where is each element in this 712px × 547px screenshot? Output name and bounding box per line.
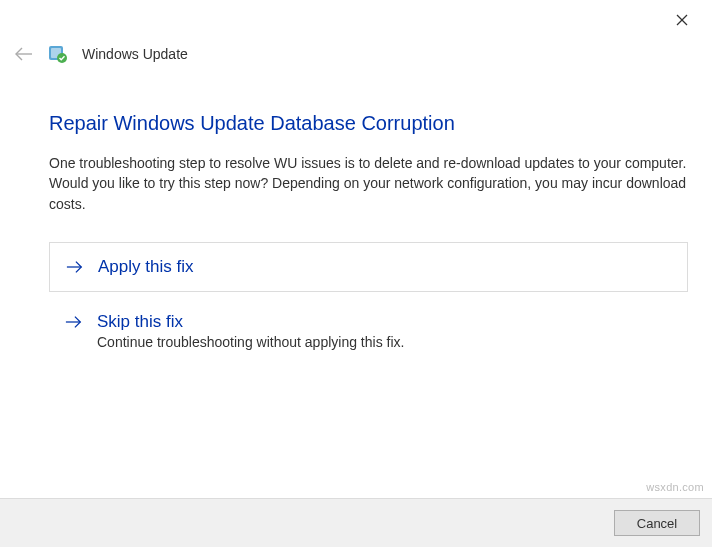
page-heading: Repair Windows Update Database Corruptio… <box>49 112 688 135</box>
cancel-button[interactable]: Cancel <box>614 510 700 536</box>
page-description: One troubleshooting step to resolve WU i… <box>49 153 688 214</box>
apply-fix-option[interactable]: Apply this fix <box>49 242 688 292</box>
skip-fix-label: Skip this fix <box>97 312 183 332</box>
skip-fix-subtitle: Continue troubleshooting without applyin… <box>97 334 672 350</box>
close-button[interactable] <box>670 8 694 32</box>
windows-update-icon <box>48 44 68 64</box>
watermark-text: wsxdn.com <box>646 481 704 493</box>
wizard-title: Windows Update <box>82 46 188 62</box>
option-row: Skip this fix <box>65 312 672 332</box>
back-button[interactable] <box>14 44 34 64</box>
content-area: Repair Windows Update Database Corruptio… <box>49 112 688 364</box>
skip-fix-option[interactable]: Skip this fix Continue troubleshooting w… <box>49 306 688 364</box>
arrow-right-icon <box>65 313 83 331</box>
apply-fix-label: Apply this fix <box>98 257 193 277</box>
option-row: Apply this fix <box>66 257 671 277</box>
arrow-left-icon <box>14 47 34 61</box>
close-icon <box>676 14 688 26</box>
arrow-right-icon <box>66 258 84 276</box>
wizard-header: Windows Update <box>14 44 188 64</box>
wizard-footer: Cancel <box>0 498 712 547</box>
